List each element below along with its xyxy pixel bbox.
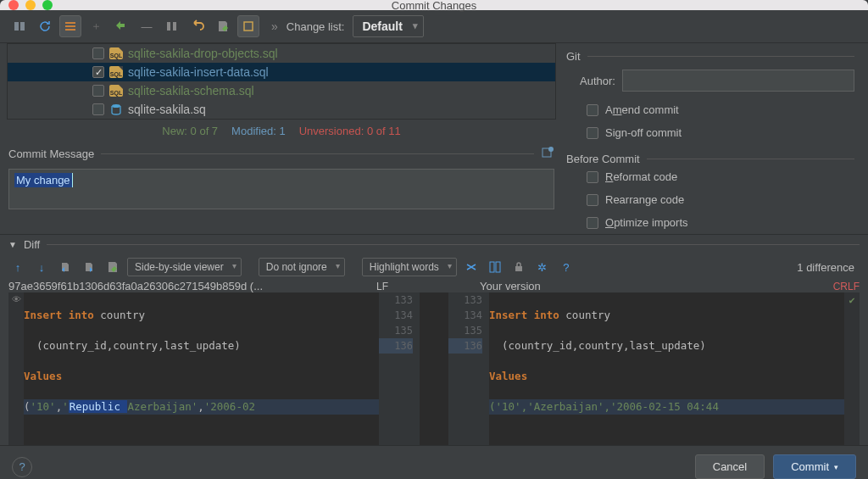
history-icon[interactable] bbox=[541, 146, 554, 162]
checkbox[interactable] bbox=[587, 104, 598, 116]
left-code-pane[interactable]: Insert into country (country_id,country,… bbox=[24, 292, 379, 445]
sync-scroll-icon[interactable] bbox=[486, 258, 504, 276]
help-icon[interactable]: ? bbox=[557, 258, 576, 276]
option-label: Rearrange code bbox=[605, 193, 684, 206]
commit-button[interactable]: Commit bbox=[773, 454, 856, 479]
amend-commit-option[interactable]: Amend commit bbox=[566, 98, 854, 121]
svg-rect-3 bbox=[167, 22, 170, 31]
commit-toolbar: ＋ — » Change list: Default bbox=[0, 10, 868, 43]
move-to-changelist-icon[interactable] bbox=[161, 15, 183, 37]
collapse-unchanged-icon[interactable] bbox=[462, 258, 481, 276]
file-checkbox[interactable] bbox=[92, 66, 104, 78]
cancel-button[interactable]: Cancel bbox=[695, 454, 765, 479]
right-revision-label: Your version bbox=[480, 280, 826, 292]
edit-source-icon[interactable] bbox=[212, 15, 234, 37]
next-diff-icon[interactable]: ↓ bbox=[32, 258, 51, 276]
svg-rect-4 bbox=[173, 22, 176, 31]
file-checkbox[interactable] bbox=[92, 103, 104, 115]
checkbox[interactable] bbox=[587, 127, 598, 139]
sql-file-icon: SQL bbox=[109, 47, 123, 60]
commit-message-header: Commit Message bbox=[0, 142, 563, 165]
changelist-label: Change list: bbox=[287, 20, 345, 33]
status-new: New: 0 of 7 bbox=[162, 125, 218, 137]
lock-icon[interactable] bbox=[509, 258, 528, 276]
diff-connector bbox=[420, 292, 448, 445]
validation-ok-icon: ✔ bbox=[844, 292, 860, 308]
window-title: Commit Changes bbox=[0, 0, 868, 12]
group-by-directory-icon[interactable] bbox=[59, 15, 81, 37]
prev-diff-icon[interactable]: ↑ bbox=[8, 258, 27, 276]
file-name: sqlite-sakila-insert-data.sql bbox=[128, 65, 269, 79]
viewer-mode-select[interactable]: Side-by-side viewer bbox=[127, 258, 242, 276]
optimize-imports-option[interactable]: Optimize imports bbox=[566, 211, 854, 234]
checkbox[interactable] bbox=[587, 217, 598, 229]
vcs-options-panel: Git Author: Amend commit Sign-off commit… bbox=[563, 43, 868, 234]
highlight-select[interactable]: Highlight words bbox=[362, 258, 457, 276]
whitespace-select[interactable]: Do not ignore bbox=[259, 258, 345, 276]
file-checkbox[interactable] bbox=[92, 85, 104, 97]
remove-icon[interactable]: — bbox=[136, 15, 158, 37]
svg-rect-5 bbox=[244, 22, 253, 31]
file-name: sqlite-sakila-schema.sql bbox=[128, 84, 254, 97]
diff-toolbar: ↑ ↓ Side-by-side viewer Do not ignore Hi… bbox=[0, 254, 868, 280]
dialog-buttons: ? Cancel Commit bbox=[0, 445, 868, 479]
file-tree[interactable]: SQL sqlite-sakila-drop-objects.sql SQL s… bbox=[7, 43, 556, 120]
file-row[interactable]: SQL sqlite-sakila-drop-objects.sql bbox=[8, 44, 555, 63]
svg-point-6 bbox=[112, 104, 120, 108]
git-section-header: Git bbox=[566, 50, 854, 63]
show-diff-icon[interactable] bbox=[8, 15, 31, 37]
status-unversioned: Unversioned: 0 of 11 bbox=[299, 125, 401, 137]
svg-rect-1 bbox=[65, 25, 75, 27]
sql-file-icon: SQL bbox=[109, 65, 123, 79]
status-modified: Modified: 1 bbox=[231, 125, 286, 137]
visibility-icon[interactable]: 👁 bbox=[8, 292, 24, 308]
rearrange-code-option[interactable]: Rearrange code bbox=[566, 188, 854, 211]
changelist-select[interactable]: Default bbox=[353, 15, 423, 37]
svg-rect-0 bbox=[65, 22, 75, 24]
svg-rect-2 bbox=[65, 29, 75, 31]
rollback-icon[interactable] bbox=[110, 15, 132, 37]
option-label: Sign-off commit bbox=[605, 126, 682, 139]
collapse-icon[interactable]: ▼ bbox=[8, 240, 17, 249]
file-row[interactable]: SQL sqlite-sakila-insert-data.sql bbox=[8, 63, 555, 81]
right-code-pane[interactable]: Insert into country (country_id,country,… bbox=[489, 292, 844, 445]
option-label: Optimize imports bbox=[605, 216, 688, 229]
checkbox[interactable] bbox=[587, 171, 598, 183]
compare-next-file-icon[interactable] bbox=[80, 258, 98, 276]
before-commit-header: Before Commit bbox=[566, 153, 854, 165]
sql-file-icon: SQL bbox=[109, 84, 123, 97]
file-row[interactable]: SQL sqlite-sakila-schema.sql bbox=[8, 81, 555, 100]
toggle-details-icon[interactable] bbox=[237, 15, 259, 37]
option-label: Reformat code bbox=[605, 170, 677, 183]
commit-message-input[interactable]: My change bbox=[8, 169, 554, 209]
svg-point-8 bbox=[548, 147, 554, 152]
option-label: Amend commit bbox=[605, 103, 679, 116]
file-name: sqlite-sakila-drop-objects.sql bbox=[128, 47, 278, 60]
compare-prev-file-icon[interactable] bbox=[56, 258, 75, 276]
checkbox[interactable] bbox=[587, 194, 598, 206]
diff-header[interactable]: ▼ Diff bbox=[0, 235, 868, 254]
author-input[interactable] bbox=[622, 70, 854, 92]
commit-message-text: My change bbox=[14, 173, 73, 187]
signoff-commit-option[interactable]: Sign-off commit bbox=[566, 121, 854, 144]
right-line-numbers: 133134135136 bbox=[448, 292, 489, 445]
database-file-icon bbox=[109, 103, 123, 116]
file-row[interactable]: sqlite-sakila.sq bbox=[8, 100, 555, 119]
edit-icon[interactable] bbox=[103, 258, 122, 276]
overflow-icon[interactable]: » bbox=[271, 19, 278, 33]
author-label: Author: bbox=[580, 75, 615, 87]
expand-icon[interactable]: ＋ bbox=[85, 15, 107, 37]
svg-rect-11 bbox=[515, 266, 522, 271]
undo-icon[interactable] bbox=[186, 15, 209, 37]
refresh-icon[interactable] bbox=[34, 15, 56, 37]
changes-summary: New: 0 of 7 Modified: 1 Unversioned: 0 o… bbox=[0, 120, 563, 142]
help-button[interactable]: ? bbox=[12, 457, 32, 477]
file-checkbox[interactable] bbox=[92, 47, 104, 59]
left-line-numbers: 133134135136 bbox=[379, 292, 420, 445]
right-eol-label: CRLF bbox=[826, 281, 860, 292]
settings-icon[interactable]: ✲ bbox=[533, 258, 552, 276]
svg-rect-9 bbox=[490, 262, 494, 272]
reformat-code-option[interactable]: Reformat code bbox=[566, 165, 854, 188]
svg-rect-10 bbox=[496, 262, 500, 272]
left-revision-label: 97ae3659f61b1306d63fa0a26306c271549b859d… bbox=[8, 280, 370, 292]
